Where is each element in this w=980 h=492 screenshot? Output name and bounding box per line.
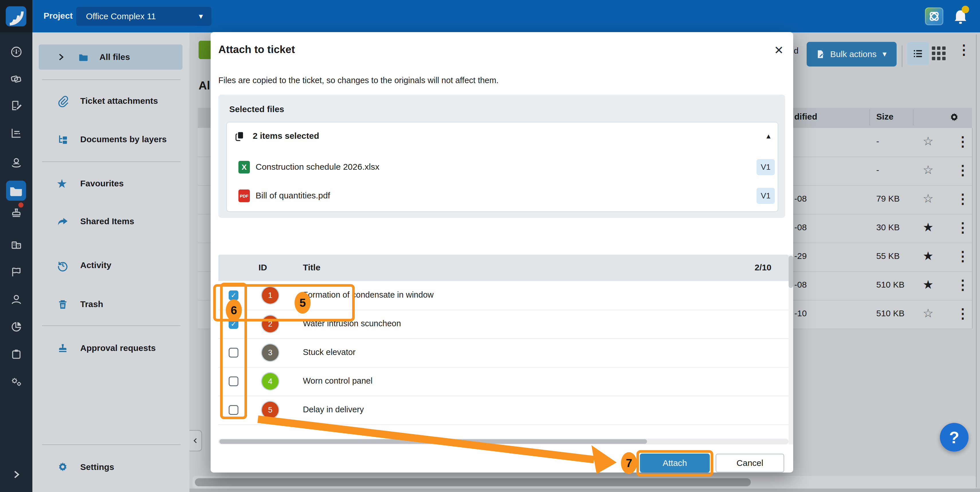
collapse-chevron-icon[interactable]: ▲ xyxy=(765,132,772,140)
gear-icon xyxy=(56,461,69,474)
folder-icon xyxy=(77,51,90,64)
close-icon[interactable]: ✕ xyxy=(772,43,786,57)
scrollbar-thumb[interactable] xyxy=(195,478,751,486)
scrollbar-thumb[interactable] xyxy=(789,256,793,288)
favourite-star-icon[interactable]: ☆★ xyxy=(923,249,934,263)
favourite-star-icon[interactable]: ☆★ xyxy=(923,191,934,205)
sidebar-item-label: Trash xyxy=(80,299,103,309)
form-edit-icon[interactable] xyxy=(10,99,23,112)
sidebar-item-label: All files xyxy=(99,52,130,62)
ticket-id-badge: 4 xyxy=(262,373,278,390)
title-column-header[interactable]: Title xyxy=(303,263,320,272)
notification-badge xyxy=(962,6,969,13)
modal-description: Files are copied to the ticket, so chang… xyxy=(218,76,499,85)
sidebar-item-trash[interactable]: Trash xyxy=(32,292,189,317)
page-horizontal-scrollbar[interactable] xyxy=(192,476,977,489)
project-selector[interactable]: Office Complex 11 ▾ xyxy=(76,7,212,26)
ticket-row[interactable]: ✓ 4 Worn control panel xyxy=(218,367,789,396)
sidebar-divider xyxy=(42,80,181,80)
sidebar-item-shared-items[interactable]: Shared Items xyxy=(32,209,189,234)
sidebar: All files Ticket attachments Documents b… xyxy=(32,32,189,492)
ticket-title: Delay in delivery xyxy=(303,405,364,414)
grid-view-toggle[interactable] xyxy=(932,46,946,61)
sidebar-item-documents-by-layers[interactable]: Documents by layers xyxy=(32,127,189,152)
table-settings-gear-icon[interactable] xyxy=(948,112,960,123)
modified-date: -29 xyxy=(794,251,807,261)
help-button[interactable]: ? xyxy=(940,423,969,452)
row-overflow-menu[interactable]: ⋮ xyxy=(956,163,970,177)
sidebar-item-label: Favourites xyxy=(80,178,124,188)
star-icon: ★ xyxy=(56,177,69,190)
ticket-row[interactable]: ✓ 5 Delay in delivery xyxy=(218,396,789,425)
buildings-icon[interactable] xyxy=(10,239,23,252)
favourite-star-icon[interactable]: ☆★ xyxy=(923,277,934,291)
modified-date: -08 xyxy=(794,280,807,290)
chevron-down-icon: ▾ xyxy=(199,11,203,21)
file-size: 79 KB xyxy=(876,194,900,204)
annotation-badge-6: 6 xyxy=(226,299,242,321)
scrollbar-thumb[interactable] xyxy=(220,439,647,444)
sidebar-item-ticket-attachments[interactable]: Ticket attachments xyxy=(32,89,189,114)
sidebar-collapse-handle[interactable] xyxy=(189,430,202,451)
sidebar-item-favourites[interactable]: ★ Favourites xyxy=(32,171,189,196)
chart-icon[interactable] xyxy=(10,127,23,139)
person-icon[interactable] xyxy=(10,293,23,306)
file-size: 510 KB xyxy=(876,280,904,290)
modified-date: -08 xyxy=(794,194,807,204)
dashboard-icon[interactable] xyxy=(10,46,23,58)
stamp-icon[interactable] xyxy=(10,207,23,219)
stamp-alert-badge xyxy=(18,202,24,208)
apps-launcher-button[interactable] xyxy=(925,8,943,25)
bulk-actions-label: Bulk actions xyxy=(830,49,877,59)
row-overflow-menu[interactable]: ⋮ xyxy=(956,221,970,234)
ticket-row[interactable]: ✓ 3 Stuck elevator xyxy=(218,338,789,368)
folder-icon xyxy=(6,181,26,201)
clipboard-icon[interactable] xyxy=(10,348,23,360)
row-overflow-menu[interactable]: ⋮ xyxy=(956,278,970,292)
selected-files-summary[interactable]: 2 items selected ▲ xyxy=(227,123,778,150)
tags-icon[interactable] xyxy=(10,73,23,86)
flag-icon[interactable] xyxy=(10,266,23,279)
ticket-title: Stuck elevator xyxy=(303,347,356,357)
connect-icon xyxy=(928,11,940,22)
sidebar-item-label: Documents by layers xyxy=(80,134,167,144)
selected-files-card: 2 items selected ▲ X Construction schedu… xyxy=(226,122,778,212)
row-overflow-menu[interactable]: ⋮ xyxy=(956,192,970,206)
row-overflow-menu[interactable]: ⋮ xyxy=(956,307,970,320)
files-nav-active[interactable] xyxy=(6,181,26,201)
bulk-actions-button[interactable]: Bulk actions ▼ xyxy=(807,42,897,67)
pie-chart-icon[interactable] xyxy=(10,320,23,333)
share-arrow-icon xyxy=(56,215,69,228)
size-column-header[interactable]: Size xyxy=(876,112,894,121)
tickets-horizontal-scrollbar[interactable] xyxy=(218,439,789,444)
sidebar-item-label: Activity xyxy=(80,260,111,270)
person-pin-icon[interactable] xyxy=(10,156,23,169)
favourite-star-icon[interactable]: ☆★ xyxy=(923,163,934,177)
annotation-box-attach xyxy=(636,450,713,476)
toolbar-overflow-menu[interactable]: ⋮ xyxy=(957,43,971,57)
favourite-star-icon[interactable]: ☆★ xyxy=(923,306,934,320)
gears-icon[interactable] xyxy=(10,375,23,388)
selected-file-row: PDF Bill of quantities.pdf V1 xyxy=(227,181,778,210)
file-type-glyph: PDF xyxy=(240,194,248,198)
app-logo[interactable] xyxy=(6,6,26,26)
file-size: 55 KB xyxy=(876,251,900,261)
modified-column-header[interactable]: dified xyxy=(794,112,817,121)
row-overflow-menu[interactable]: ⋮ xyxy=(956,135,970,148)
favourite-star-icon[interactable]: ☆★ xyxy=(923,134,934,148)
list-view-toggle[interactable] xyxy=(907,42,929,65)
row-overflow-menu[interactable]: ⋮ xyxy=(956,250,970,263)
id-column-header[interactable]: ID xyxy=(258,263,267,272)
favourite-star-icon[interactable]: ☆★ xyxy=(923,220,934,234)
sidebar-item-approval-requests[interactable]: Approval requests xyxy=(32,336,189,361)
attach-to-ticket-modal: Attach to ticket ✕ Files are copied to t… xyxy=(211,32,793,473)
sidebar-item-label: Shared Items xyxy=(80,217,134,226)
file-name: Bill of quantities.pdf xyxy=(256,191,330,201)
selected-file-row: X Construction schedule 2026.xlsx V1 xyxy=(227,152,778,181)
tickets-vertical-scrollbar[interactable] xyxy=(789,255,793,444)
sidebar-item-activity[interactable]: Activity xyxy=(32,253,189,278)
cancel-button[interactable]: Cancel xyxy=(716,454,784,473)
sidebar-item-settings[interactable]: Settings xyxy=(32,455,189,480)
sidebar-item-all-files[interactable]: All files xyxy=(39,45,183,70)
expand-rail-chevron-icon[interactable] xyxy=(10,468,23,481)
